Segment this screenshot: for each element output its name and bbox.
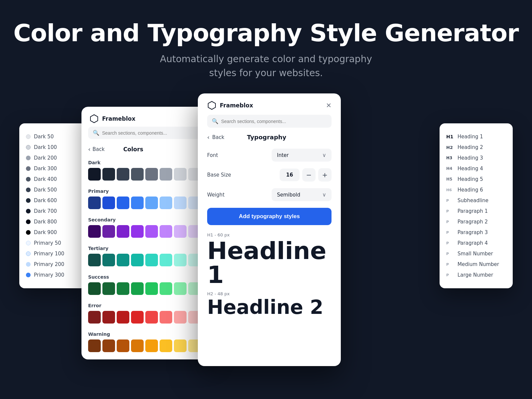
- color-swatch[interactable]: [117, 197, 129, 209]
- typo-back-arrow-icon[interactable]: ‹: [207, 134, 209, 141]
- color-swatch[interactable]: [102, 339, 115, 352]
- color-swatch[interactable]: [145, 311, 158, 324]
- color-swatch[interactable]: [160, 168, 172, 181]
- list-item[interactable]: Primary 200: [25, 259, 80, 270]
- color-swatch[interactable]: [88, 282, 101, 295]
- color-swatch[interactable]: [131, 339, 144, 352]
- color-swatches: [88, 282, 208, 295]
- heading-item[interactable]: PSmall Number: [446, 248, 506, 259]
- heading-item[interactable]: H4Heading 4: [446, 163, 506, 174]
- heading-item[interactable]: H5Heading 5: [446, 174, 506, 185]
- font-select[interactable]: Inter ∨: [272, 149, 332, 162]
- heading-item[interactable]: PParagraph 4: [446, 238, 506, 248]
- list-item[interactable]: Primary 50: [25, 238, 80, 248]
- list-item[interactable]: Dark 50: [25, 131, 80, 142]
- color-swatch[interactable]: [131, 282, 144, 295]
- color-swatch[interactable]: [117, 282, 129, 295]
- colors-back-label[interactable]: Back: [92, 146, 104, 152]
- color-swatch[interactable]: [102, 282, 115, 295]
- add-typography-button[interactable]: Add typography styles: [207, 208, 332, 225]
- list-item[interactable]: Dark 100: [25, 142, 80, 153]
- color-swatch[interactable]: [88, 168, 101, 181]
- color-swatch[interactable]: [174, 311, 187, 324]
- color-swatch[interactable]: [145, 168, 158, 181]
- list-item[interactable]: Dark 500: [25, 185, 80, 195]
- list-item[interactable]: Dark 600: [25, 195, 80, 206]
- color-swatch[interactable]: [88, 339, 101, 352]
- color-swatch[interactable]: [174, 225, 187, 238]
- colors-search-input[interactable]: [102, 130, 203, 136]
- base-size-controls: 16 − +: [280, 168, 332, 182]
- color-swatch[interactable]: [88, 225, 101, 238]
- color-swatch[interactable]: [174, 197, 187, 209]
- color-swatch[interactable]: [102, 311, 115, 324]
- typography-search-bar[interactable]: 🔍: [207, 115, 332, 128]
- color-section: Success: [81, 272, 214, 301]
- color-swatch[interactable]: [174, 282, 187, 295]
- color-swatch[interactable]: [145, 339, 158, 352]
- color-swatch[interactable]: [160, 197, 172, 209]
- color-swatch[interactable]: [102, 197, 115, 209]
- color-swatch[interactable]: [160, 254, 172, 266]
- list-item[interactable]: Dark 900: [25, 227, 80, 238]
- heading-item[interactable]: PSubheadline: [446, 195, 506, 206]
- color-swatch[interactable]: [88, 254, 101, 266]
- color-swatch[interactable]: [131, 197, 144, 209]
- color-swatch[interactable]: [102, 225, 115, 238]
- color-swatch[interactable]: [88, 311, 101, 324]
- color-swatch[interactable]: [131, 225, 144, 238]
- heading-item[interactable]: PLarge Number: [446, 270, 506, 280]
- color-swatch[interactable]: [102, 254, 115, 266]
- color-swatch[interactable]: [174, 168, 187, 181]
- heading-tag: H4: [446, 166, 454, 171]
- color-swatch[interactable]: [117, 225, 129, 238]
- heading-item[interactable]: PParagraph 3: [446, 227, 506, 238]
- list-item[interactable]: Dark 700: [25, 206, 80, 216]
- color-swatch[interactable]: [160, 225, 172, 238]
- typo-back-label[interactable]: Back: [212, 134, 224, 140]
- color-swatch[interactable]: [160, 339, 172, 352]
- color-swatch[interactable]: [117, 254, 129, 266]
- typography-back-nav: ‹ Back Typography: [207, 134, 332, 141]
- heading-item[interactable]: H2Heading 2: [446, 142, 506, 153]
- color-swatch[interactable]: [88, 197, 101, 209]
- colors-search-bar[interactable]: 🔍: [88, 127, 208, 139]
- color-swatch[interactable]: [131, 168, 144, 181]
- color-swatch[interactable]: [174, 254, 187, 266]
- heading-item[interactable]: H6Heading 6: [446, 185, 506, 195]
- color-swatch[interactable]: [117, 168, 129, 181]
- color-swatch[interactable]: [102, 168, 115, 181]
- heading-item[interactable]: PParagraph 1: [446, 206, 506, 216]
- list-item[interactable]: Dark 800: [25, 216, 80, 227]
- color-swatch[interactable]: [160, 311, 172, 324]
- weight-label: Weight: [207, 192, 224, 198]
- heading-item[interactable]: H3Heading 3: [446, 153, 506, 163]
- back-arrow-icon[interactable]: ‹: [88, 146, 90, 153]
- heading-tag: H2: [446, 145, 454, 150]
- list-item[interactable]: Primary 100: [25, 248, 80, 259]
- list-item[interactable]: Dark 400: [25, 174, 80, 185]
- heading-item[interactable]: H1Heading 1: [446, 131, 506, 142]
- color-swatch[interactable]: [131, 311, 144, 324]
- increase-size-button[interactable]: +: [318, 168, 332, 182]
- color-swatch[interactable]: [145, 282, 158, 295]
- typography-search-input[interactable]: [221, 119, 327, 124]
- heading-item[interactable]: PParagraph 2: [446, 216, 506, 227]
- color-swatch[interactable]: [160, 282, 172, 295]
- color-swatches: [88, 254, 208, 266]
- color-swatch[interactable]: [145, 197, 158, 209]
- color-swatch[interactable]: [117, 311, 129, 324]
- color-swatch[interactable]: [145, 225, 158, 238]
- typography-section-title: Typography: [247, 134, 286, 141]
- heading-item[interactable]: PMedium Number: [446, 259, 506, 270]
- list-item[interactable]: Primary 300: [25, 270, 80, 280]
- color-swatch[interactable]: [145, 254, 158, 266]
- color-swatch[interactable]: [174, 339, 187, 352]
- list-item[interactable]: Dark 300: [25, 163, 80, 174]
- close-icon[interactable]: ✕: [326, 101, 332, 109]
- color-swatch[interactable]: [131, 254, 144, 266]
- list-item[interactable]: Dark 200: [25, 153, 80, 163]
- weight-select[interactable]: Semibold ∨: [272, 188, 332, 201]
- decrease-size-button[interactable]: −: [302, 168, 316, 182]
- color-swatch[interactable]: [117, 339, 129, 352]
